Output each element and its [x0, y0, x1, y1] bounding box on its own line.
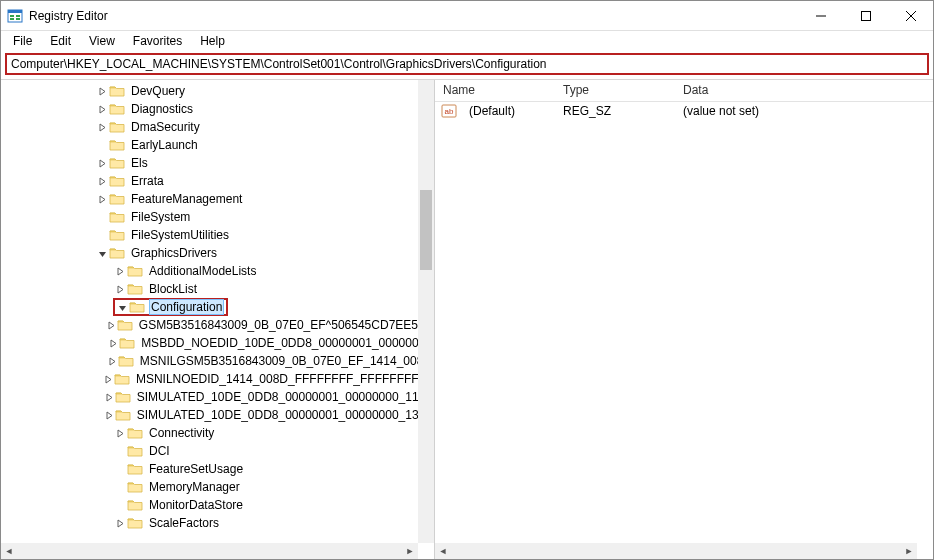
folder-icon [115, 390, 131, 404]
menu-view[interactable]: View [81, 32, 123, 50]
close-button[interactable] [888, 1, 933, 30]
scroll-left-icon[interactable]: ◄ [435, 543, 451, 559]
value-data: (value not set) [675, 104, 767, 118]
tree-view[interactable]: DevQueryDiagnosticsDmaSecurityEarlyLaunc… [1, 80, 434, 559]
app-icon [7, 8, 23, 24]
tree-item-label: DmaSecurity [129, 120, 202, 134]
maximize-button[interactable] [843, 1, 888, 30]
menu-file[interactable]: File [5, 32, 40, 50]
tree-item[interactable]: DCI [5, 442, 434, 460]
folder-icon [109, 246, 125, 260]
menu-help[interactable]: Help [192, 32, 233, 50]
tree-item[interactable]: FileSystem [5, 208, 434, 226]
tree-item[interactable]: FeatureManagement [5, 190, 434, 208]
expand-icon[interactable] [104, 408, 115, 422]
expand-icon[interactable] [113, 264, 127, 278]
tree-item[interactable]: Diagnostics [5, 100, 434, 118]
svg-rect-1 [8, 10, 22, 13]
svg-rect-2 [10, 15, 14, 17]
tree-item[interactable]: Connectivity [5, 424, 434, 442]
column-header-type[interactable]: Type [555, 80, 675, 101]
tree-item-label: GraphicsDrivers [129, 246, 219, 260]
tree-vertical-scrollbar[interactable] [418, 80, 434, 543]
address-text: Computer\HKEY_LOCAL_MACHINE\SYSTEM\Contr… [11, 57, 547, 71]
expand-icon[interactable] [113, 426, 127, 440]
tree-item[interactable]: SIMULATED_10DE_0DD8_00000001_00000000_13… [5, 406, 434, 424]
expand-icon[interactable] [95, 156, 109, 170]
tree-pane: DevQueryDiagnosticsDmaSecurityEarlyLaunc… [1, 80, 435, 559]
expand-icon[interactable] [95, 120, 109, 134]
folder-icon [127, 282, 143, 296]
expand-icon[interactable] [108, 336, 119, 350]
tree-item[interactable]: MSNILNOEDID_1414_008D_FFFFFFFF_FFFFFFFF_… [5, 370, 434, 388]
tree-item[interactable]: DevQuery [5, 82, 434, 100]
expand-icon[interactable] [95, 102, 109, 116]
tree-item-label: FeatureManagement [129, 192, 244, 206]
address-bar[interactable]: Computer\HKEY_LOCAL_MACHINE\SYSTEM\Contr… [5, 53, 929, 75]
scroll-right-icon[interactable]: ► [402, 543, 418, 559]
expand-icon[interactable] [104, 390, 115, 404]
menu-edit[interactable]: Edit [42, 32, 79, 50]
expand-icon[interactable] [107, 354, 118, 368]
folder-icon [127, 444, 143, 458]
folder-icon [109, 192, 125, 206]
tree-item[interactable]: Els [5, 154, 434, 172]
tree-item[interactable]: FileSystemUtilities [5, 226, 434, 244]
tree-item-label: MSBDD_NOEDID_10DE_0DD8_00000001_00000000 [139, 336, 434, 350]
tree-item[interactable]: GSM5B3516843009_0B_07E0_EF^506545CD7EE52… [5, 316, 434, 334]
tree-item[interactable]: MemoryManager [5, 478, 434, 496]
expand-icon[interactable] [103, 372, 114, 386]
menu-favorites[interactable]: Favorites [125, 32, 190, 50]
minimize-button[interactable] [798, 1, 843, 30]
tree-item-label: BlockList [147, 282, 199, 296]
tree-item[interactable]: FeatureSetUsage [5, 460, 434, 478]
tree-item-label: DCI [147, 444, 172, 458]
tree-item[interactable]: BlockList [5, 280, 434, 298]
tree-item-label: GSM5B3516843009_0B_07E0_EF^506545CD7EE52… [137, 318, 434, 332]
column-header-data[interactable]: Data [675, 80, 933, 101]
window-controls [798, 1, 933, 30]
tree-item[interactable]: EarlyLaunch [5, 136, 434, 154]
tree-item-label: AdditionalModeLists [147, 264, 258, 278]
tree-item[interactable]: MSBDD_NOEDID_10DE_0DD8_00000001_00000000 [5, 334, 434, 352]
svg-rect-3 [10, 18, 14, 20]
string-value-icon: ab [441, 104, 457, 118]
column-header-name[interactable]: Name [435, 80, 555, 101]
tree-item-label: FileSystemUtilities [129, 228, 231, 242]
scroll-right-icon[interactable]: ► [901, 543, 917, 559]
scroll-left-icon[interactable]: ◄ [1, 543, 17, 559]
tree-item[interactable]: AdditionalModeLists [5, 262, 434, 280]
tree-item[interactable]: GraphicsDrivers [5, 244, 434, 262]
folder-icon [109, 156, 125, 170]
titlebar: Registry Editor [1, 1, 933, 31]
expand-icon[interactable] [95, 192, 109, 206]
tree-item[interactable]: DmaSecurity [5, 118, 434, 136]
expand-icon[interactable] [106, 318, 117, 332]
tree-item[interactable]: SIMULATED_10DE_0DD8_00000001_00000000_11… [5, 388, 434, 406]
expand-icon[interactable] [113, 516, 127, 530]
values-list[interactable]: ab(Default)REG_SZ(value not set) [435, 102, 933, 120]
tree-item-label: SIMULATED_10DE_0DD8_00000001_00000000_13… [135, 408, 434, 422]
expand-icon[interactable] [95, 174, 109, 188]
values-horizontal-scrollbar[interactable]: ◄ ► [435, 543, 917, 559]
tree-item-label: Connectivity [147, 426, 216, 440]
tree-horizontal-scrollbar[interactable]: ◄ ► [1, 543, 418, 559]
expand-icon[interactable] [95, 84, 109, 98]
folder-icon [127, 480, 143, 494]
tree-item[interactable]: Errata [5, 172, 434, 190]
value-row[interactable]: ab(Default)REG_SZ(value not set) [435, 102, 933, 120]
tree-item[interactable]: MSNILGSM5B3516843009_0B_07E0_EF_1414_008… [5, 352, 434, 370]
folder-icon [109, 102, 125, 116]
tree-item[interactable]: Configuration [5, 298, 434, 316]
svg-rect-7 [861, 11, 870, 20]
folder-icon [114, 372, 130, 386]
collapse-icon[interactable] [95, 246, 109, 260]
folder-icon [118, 354, 134, 368]
expand-icon[interactable] [113, 282, 127, 296]
tree-item-label: DevQuery [129, 84, 187, 98]
tree-item-label: Configuration [149, 299, 224, 315]
svg-text:ab: ab [445, 107, 454, 116]
tree-item[interactable]: ScaleFactors [5, 514, 434, 532]
collapse-icon[interactable] [115, 300, 129, 314]
tree-item[interactable]: MonitorDataStore [5, 496, 434, 514]
